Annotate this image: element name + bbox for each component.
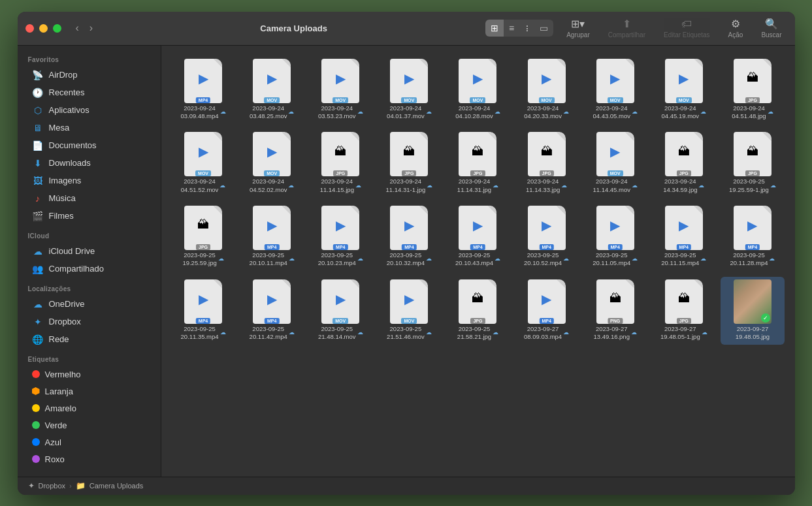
file-name-row: 2023-09-27 13.49.16.png☁ — [593, 325, 636, 341]
file-item[interactable]: ▶MOV2023-09-24 03.48.25.mov☁ — [240, 56, 304, 125]
folder-breadcrumb-icon: 📁 — [76, 481, 86, 490]
sidebar-item-icloud-drive[interactable]: ☁ iCloud Drive — [22, 243, 157, 260]
tag-dot-azul — [32, 438, 40, 446]
sidebar-item-compartilhado[interactable]: 👥 Compartilhado — [22, 261, 157, 277]
file-item[interactable]: 🏔JPG2023-09-25 21.58.21.jpg☁ — [446, 277, 510, 345]
icloud-sync-icon: ☁ — [632, 255, 638, 263]
sidebar-item-mesa[interactable]: 🖥 Mesa — [22, 119, 157, 136]
file-item[interactable]: ▶MP42023-09-25 20.11.42.mp4☁ — [240, 277, 304, 345]
file-item[interactable]: 🏔JPG2023-09-24 11.14.31.jpg☁ — [446, 129, 510, 198]
file-item[interactable]: ▶MP42023-09-25 20.10.52.mp4☁ — [515, 203, 578, 272]
close-button[interactable] — [25, 24, 34, 33]
icloud-sync-icon: ☁ — [288, 108, 294, 116]
file-item[interactable]: ▶MOV2023-09-24 04.45.19.mov☁ — [652, 56, 715, 125]
file-icon: ▶MOV — [321, 59, 359, 103]
file-item[interactable]: ▶MP42023-09-25 20.10.32.mp4☁ — [378, 203, 441, 272]
file-type-badge: MP4 — [745, 244, 760, 250]
sidebar-item-airdrop[interactable]: 📡 AirDrop — [22, 67, 157, 84]
file-item[interactable]: ▶MP42023-09-25 20.11.05.mp4☁ — [583, 203, 647, 272]
file-item[interactable]: ▶MP42023-09-25 20.10.11.mp4☁ — [240, 203, 304, 272]
file-item[interactable]: 🏔JPG2023-09-27 19.48.05-1.jpg☁ — [652, 277, 715, 345]
file-item[interactable]: ▶MOV2023-09-24 03.53.23.mov☁ — [309, 56, 372, 125]
sidebar-item-azul[interactable]: Azul — [22, 434, 157, 451]
file-item[interactable]: 🏔PNG2023-09-27 13.49.16.png☁ — [583, 277, 647, 345]
file-item[interactable]: ▶MOV2023-09-25 21.48.14.mov☁ — [309, 277, 372, 345]
back-button[interactable]: ‹ — [72, 21, 83, 35]
file-item[interactable]: ▶MOV2023-09-24 04.51.52.mov☁ — [172, 129, 235, 198]
file-item[interactable]: ✓2023-09-27 19.48.05.jpg — [721, 277, 784, 345]
sidebar-item-roxo[interactable]: Roxo — [22, 451, 157, 467]
sidebar-item-musica[interactable]: ♪ Música — [22, 190, 157, 207]
breadcrumb-dropbox: Dropbox — [39, 482, 66, 490]
share-button[interactable]: ⬆ Compartilhar — [603, 15, 651, 41]
tag-dot-vermelho — [32, 370, 40, 378]
sidebar-item-recentes[interactable]: 🕐 Recentes — [22, 84, 157, 101]
view-columns-button[interactable]: ⫶ — [519, 20, 534, 37]
file-item[interactable]: ▶MP42023-09-25 20.10.23.mp4☁ — [309, 203, 372, 272]
file-item[interactable]: ▶MOV2023-09-24 04.10.28.mov☁ — [446, 56, 510, 125]
file-item[interactable]: 🏔JPG2023-09-24 11.14.15.jpg☁ — [309, 129, 372, 198]
sidebar-item-verde[interactable]: Verde — [22, 417, 157, 434]
sidebar-item-vermelho[interactable]: Vermelho — [22, 366, 157, 383]
forward-button[interactable]: › — [86, 21, 97, 35]
file-type-badge: PNG — [608, 318, 623, 324]
file-item[interactable]: 🏔JPG2023-09-24 14.34.59.jpg☁ — [652, 129, 715, 198]
file-item[interactable]: ▶MP42023-09-25 20.11.35.mp4☁ — [172, 277, 235, 345]
sidebar-item-dropbox[interactable]: ✦ Dropbox — [22, 313, 157, 330]
file-icon-wrap: ▶MOV — [251, 133, 293, 175]
action-button[interactable]: ⚙ Ação — [723, 15, 749, 41]
file-name-row: 2023-09-25 20.10.43.mp4☁ — [455, 251, 500, 268]
file-item[interactable]: 🏔JPG2023-09-25 19.25.59.jpg☁ — [172, 203, 235, 272]
sidebar-item-label: Rede — [49, 334, 69, 344]
file-item[interactable]: ▶MP42023-09-25 20.10.43.mp4☁ — [446, 203, 510, 272]
sidebar-item-filmes[interactable]: 🎬 Filmes — [22, 208, 157, 225]
file-item[interactable]: ▶MOV2023-09-25 21.51.46.mov☁ — [378, 277, 441, 345]
sidebar: Favoritos 📡 AirDrop 🕐 Recentes ⬡ Aplicat… — [18, 46, 161, 477]
tag-label: Verde — [45, 420, 67, 430]
sidebar-item-downloads[interactable]: ⬇ Downloads — [22, 155, 157, 172]
file-item[interactable]: 🏔JPG2023-09-24 11.14.31-1.jpg☁ — [378, 129, 441, 198]
file-item[interactable]: ▶MOV2023-09-24 04.43.05.mov☁ — [583, 56, 647, 125]
file-name-text: 2023-09-25 21.48.14.mov — [318, 325, 356, 341]
file-icon: 🏔JPG — [184, 206, 222, 250]
file-type-icon: 🏔 — [472, 145, 483, 159]
sidebar-item-imagens[interactable]: 🖼 Imagens — [22, 172, 157, 189]
file-item[interactable]: 🏔JPG2023-09-24 11.14.33.jpg☁ — [515, 129, 578, 198]
icloud-sync-icon: ☁ — [561, 182, 567, 190]
file-item[interactable]: ▶MOV2023-09-24 04.52.02.mov☁ — [240, 129, 304, 198]
file-item[interactable]: ▶MP42023-09-25 20.11.15.mp4☁ — [652, 203, 715, 272]
share-icon: ⬆ — [623, 18, 631, 30]
maximize-button[interactable] — [53, 24, 61, 33]
file-item[interactable]: ▶MP42023-09-24 03.09.48.mp4☁ — [172, 56, 235, 125]
sidebar-item-onedrive[interactable]: ☁ OneDrive — [22, 296, 157, 313]
sidebar-item-amarelo[interactable]: Amarelo — [22, 400, 157, 417]
sidebar-item-laranja[interactable]: Laranja — [22, 383, 157, 400]
file-item[interactable]: 🏔JPG2023-09-25 19.25.59-1.jpg☁ — [721, 129, 784, 198]
tags-header: Etiquetas — [18, 351, 161, 366]
view-grid-button[interactable]: ⊞ — [485, 20, 504, 37]
file-icon-wrap: ▶MP4 — [663, 207, 705, 249]
sidebar-item-label: Dropbox — [49, 317, 81, 326]
edit-tags-button[interactable]: 🏷 Editar Etiquetas — [658, 16, 715, 41]
minimize-button[interactable] — [39, 24, 48, 33]
view-list-button[interactable]: ≡ — [504, 20, 519, 37]
sidebar-item-aplicativos[interactable]: ⬡ Aplicativos — [22, 102, 157, 119]
group-button[interactable]: ⊞▾ Agrupar — [561, 15, 595, 41]
file-name-text: 2023-09-25 19.25.59.jpg — [182, 251, 216, 268]
file-item[interactable]: ▶MOV2023-09-24 04.20.33.mov☁ — [515, 56, 578, 125]
icloud-sync-icon: ☁ — [219, 182, 225, 190]
sidebar-item-documentos[interactable]: 📄 Documentos — [22, 137, 157, 154]
file-item[interactable]: 🏔JPG2023-09-24 04.51.48.jpg☁ — [721, 56, 784, 125]
file-name-text: 2023-09-24 03.09.48.mp4 — [181, 104, 219, 121]
file-item[interactable]: ▶MP42023-09-25 20.11.28.mp4☁ — [721, 203, 784, 272]
sidebar-item-rede[interactable]: 🌐 Rede — [22, 331, 157, 348]
file-icon: 🏔JPG — [734, 59, 771, 103]
search-button[interactable]: 🔍 Buscar — [756, 15, 787, 41]
file-name-text: 2023-09-27 08.09.03.mp4 — [524, 325, 562, 341]
file-item[interactable]: ▶MOV2023-09-24 11.14.45.mov☁ — [583, 129, 647, 198]
file-item[interactable]: ▶MP42023-09-27 08.09.03.mp4☁ — [515, 277, 578, 345]
file-name-text: 2023-09-24 11.14.45.mov — [593, 178, 630, 194]
file-icon: ▶MP4 — [390, 206, 428, 250]
file-item[interactable]: ▶MOV2023-09-24 04.01.37.mov☁ — [378, 56, 441, 125]
view-gallery-button[interactable]: ▭ — [534, 20, 553, 37]
